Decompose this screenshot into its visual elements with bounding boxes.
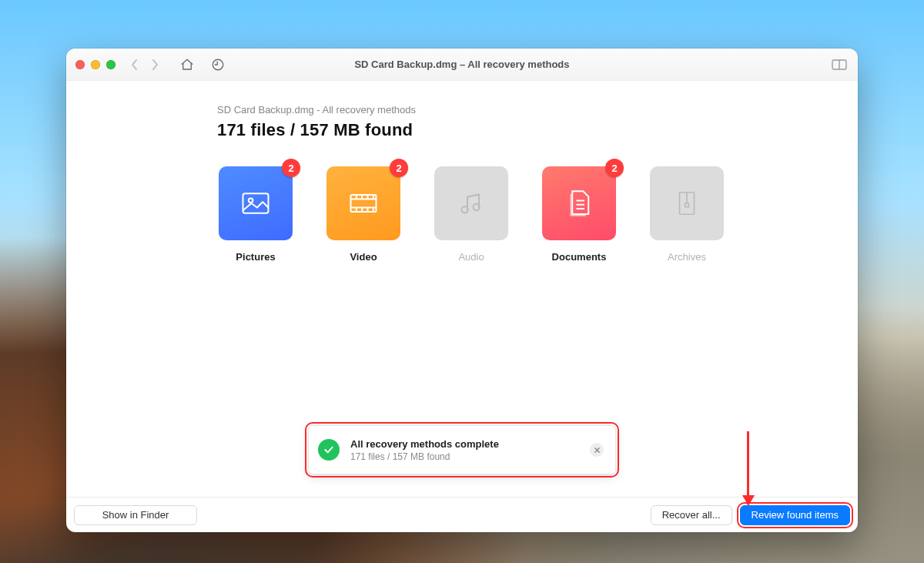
- audio-icon: [456, 188, 487, 219]
- nav-back-forward: [129, 59, 160, 70]
- minimize-window-button[interactable]: [91, 60, 100, 69]
- recover-all-button[interactable]: Recover all...: [651, 505, 732, 525]
- category-label: Audio: [458, 251, 484, 263]
- archive-icon: [672, 187, 701, 220]
- app-window: SD Card Backup.dmg – All recovery method…: [66, 49, 858, 532]
- zoom-window-button[interactable]: [106, 60, 116, 69]
- history-icon[interactable]: [211, 58, 225, 72]
- badge-count: 2: [390, 159, 408, 177]
- category-label: Documents: [552, 251, 607, 263]
- close-toast-button[interactable]: [590, 443, 604, 457]
- completion-toast: All recovery methods complete 171 files …: [308, 425, 616, 474]
- home-icon[interactable]: [180, 58, 194, 72]
- category-archives: Archives: [648, 166, 725, 263]
- svg-rect-5: [351, 195, 377, 212]
- category-label: Pictures: [236, 251, 275, 263]
- category-pictures[interactable]: 2 Pictures: [217, 166, 294, 263]
- forward-button[interactable]: [149, 59, 160, 70]
- scan-summary-title: 171 files / 157 MB found: [217, 120, 858, 140]
- category-documents[interactable]: 2 Documents: [541, 166, 618, 263]
- close-window-button[interactable]: [75, 60, 85, 69]
- scan-source-subtitle: SD Card Backup.dmg - All recovery method…: [217, 104, 858, 116]
- window-controls: [75, 60, 116, 69]
- category-audio: Audio: [433, 166, 510, 263]
- badge-count: 2: [282, 159, 300, 177]
- category-label: Video: [350, 251, 377, 263]
- svg-rect-23: [685, 203, 689, 207]
- review-found-items-button[interactable]: Review found items: [740, 505, 850, 525]
- sidebar-toggle-icon[interactable]: [832, 59, 847, 70]
- footer-bar: Show in Finder Recover all... Review fou…: [66, 497, 858, 532]
- titlebar: SD Card Backup.dmg – All recovery method…: [66, 49, 858, 81]
- category-label: Archives: [668, 251, 706, 263]
- badge-count: 2: [605, 159, 624, 177]
- svg-point-4: [249, 199, 253, 203]
- show-in-finder-button[interactable]: Show in Finder: [74, 505, 197, 525]
- video-icon: [346, 186, 380, 220]
- document-icon: [563, 187, 595, 220]
- category-video[interactable]: 2 Video: [325, 166, 402, 263]
- image-icon: [239, 186, 273, 220]
- toast-title: All recovery methods complete: [350, 438, 579, 450]
- main-content: SD Card Backup.dmg - All recovery method…: [66, 81, 858, 532]
- category-row: 2 Pictures 2 Video Au: [217, 166, 858, 263]
- check-icon: [318, 439, 340, 461]
- back-button[interactable]: [129, 59, 140, 70]
- toast-subtitle: 171 files / 157 MB found: [350, 451, 579, 462]
- svg-point-0: [213, 59, 223, 70]
